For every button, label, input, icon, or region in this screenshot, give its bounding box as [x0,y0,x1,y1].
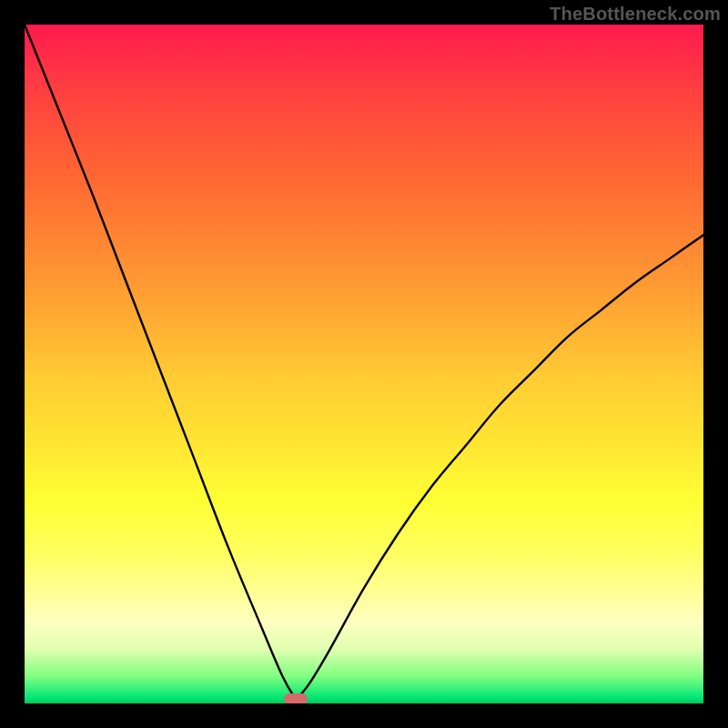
curve-right-branch [296,235,703,700]
bottleneck-marker [284,693,308,703]
chart-container: TheBottleneck.com [0,0,728,728]
curve-svg [25,25,703,703]
plot-area [25,25,703,703]
curve-left-branch [25,25,296,700]
watermark-text: TheBottleneck.com [550,4,721,25]
